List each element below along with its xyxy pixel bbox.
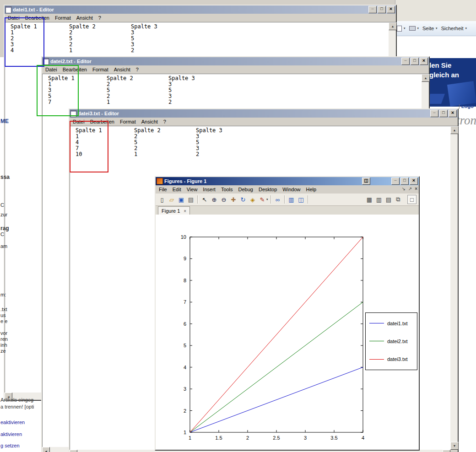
close-button[interactable] [420, 58, 428, 65]
insert-legend-icon[interactable]: ◫ [297, 195, 305, 204]
data-cursor-icon[interactable]: ◈ [249, 195, 257, 204]
sicherheit-menu-button[interactable]: Sicherheit [439, 25, 469, 32]
window-title: datei3.txt - Editor [78, 111, 119, 116]
cell-value: 5 [69, 36, 131, 42]
scroll-right-button[interactable]: ► [443, 450, 450, 452]
page-link-fragment[interactable]: eaktivieren [0, 420, 25, 425]
scroll-up-button[interactable]: ▲ [422, 74, 430, 82]
minimize-button[interactable] [430, 110, 438, 117]
cell-value: 3 [196, 145, 450, 151]
print-figure-icon[interactable]: ▤ [187, 195, 195, 204]
signup-banner[interactable]: len Sie gleich an [426, 58, 476, 107]
insert-colorbar-icon[interactable]: ▥ [287, 195, 296, 204]
zoom-in-icon[interactable]: ⊕ [210, 195, 218, 204]
maximize-button[interactable] [411, 58, 419, 65]
maximize-button[interactable] [378, 6, 386, 13]
menu-item-help[interactable]: ? [161, 118, 169, 125]
browser-chrome [395, 0, 476, 21]
scroll-left-button[interactable]: ◄ [42, 447, 50, 452]
text-row: Spalte 1Spalte 2Spalte 3 [76, 128, 450, 134]
menu-item-file[interactable]: File [156, 186, 170, 193]
maximize-button[interactable] [439, 110, 448, 117]
svg-text:2: 2 [246, 435, 249, 441]
figure-canvas[interactable]: 11.522.533.5412345678910 datei1.txtdatei… [156, 215, 419, 450]
titlebar[interactable]: datei3.txt - Editor [70, 109, 458, 118]
maximize-tab-icon[interactable]: □ [407, 195, 416, 204]
tile-grid-icon[interactable]: ▦ [365, 195, 373, 204]
close-button[interactable] [449, 110, 457, 117]
legend-line-sample [369, 359, 384, 360]
menu-item-desktop[interactable]: Desktop [256, 186, 280, 193]
menu-item-help[interactable]: Help [303, 186, 319, 193]
menu-item-edit[interactable]: Edit [170, 186, 184, 193]
page-link-fragment[interactable]: aktivieren [0, 431, 22, 437]
zoom-out-icon[interactable]: ⊖ [220, 195, 228, 204]
new-figure-icon[interactable]: ▯ [158, 195, 166, 204]
scroll-up-button[interactable]: ▲ [389, 22, 397, 30]
float-windows-icon[interactable]: ⧉ [394, 195, 402, 204]
figure-dock-controls [401, 186, 417, 191]
vertical-scrollbar[interactable]: ▲ ▼ [450, 126, 458, 450]
undock-icon[interactable] [408, 186, 412, 191]
menu-item-help[interactable]: ? [133, 66, 141, 73]
tile-vertical-icon[interactable]: ▥ [375, 195, 383, 204]
minimize-button[interactable] [391, 178, 400, 185]
logout-link[interactable]: |Logo [459, 103, 474, 109]
edit-plot-icon[interactable]: ↖ [200, 195, 209, 204]
page-link-fragment[interactable]: g setzen [0, 443, 20, 448]
close-button[interactable] [410, 178, 418, 185]
tab-close-icon[interactable] [184, 208, 186, 214]
minimize-button[interactable] [401, 58, 410, 65]
menu-item-tools[interactable]: Tools [218, 186, 236, 193]
maximize-button[interactable] [400, 178, 409, 185]
save-figure-icon[interactable]: ▣ [177, 195, 185, 204]
window-controls [430, 110, 457, 117]
menu-item-insert[interactable]: Insert [200, 186, 218, 193]
menu-item-ansicht[interactable]: Ansicht [139, 118, 161, 125]
matlab-figure-icon [157, 178, 163, 184]
window-title: datei2.txt - Editor [50, 59, 92, 64]
open-file-icon[interactable]: ▱ [168, 195, 176, 204]
rotate-3d-icon[interactable]: ↻ [239, 195, 247, 204]
tab-figure-1[interactable]: Figure 1 [158, 206, 190, 215]
plot-legend[interactable]: datei1.txtdatei2.txtdatei3.txt [365, 312, 417, 370]
dock-arrow-icon[interactable] [401, 186, 405, 191]
scroll-down-button[interactable]: ▼ [450, 442, 459, 450]
menu-item-format[interactable]: Format [52, 14, 74, 22]
cell-value: 1 [107, 99, 168, 105]
menu-item-ansicht[interactable]: Ansicht [74, 14, 96, 22]
titlebar[interactable]: Figures - Figure 1 [156, 177, 419, 185]
tile-horizontal-icon[interactable]: ▤ [384, 195, 393, 204]
site-brand-fragment: tron [456, 113, 476, 128]
titlebar[interactable]: datei2.txt - Editor [42, 57, 429, 65]
titlebar[interactable]: datei1.txt - Editor [5, 5, 396, 14]
legend-label: datei2.txt [387, 339, 408, 344]
close-button[interactable] [387, 6, 395, 13]
menu-item-format[interactable]: Format [90, 66, 111, 73]
tab-label: Figure 1 [162, 208, 180, 214]
menu-item-ansicht[interactable]: Ansicht [111, 66, 133, 73]
scrollbar-track[interactable] [450, 134, 458, 442]
menu-item-format[interactable]: Format [117, 118, 139, 125]
link-plot-icon[interactable]: ∞ [274, 195, 282, 204]
screen: Seite Sicherheit len Sie gleich an |Logo… [0, 0, 476, 452]
scroll-up-button[interactable]: ▲ [450, 126, 459, 134]
svg-text:9: 9 [184, 256, 186, 261]
menu-item-view[interactable]: View [184, 186, 200, 193]
print-button[interactable] [407, 25, 421, 32]
seite-menu-button[interactable]: Seite [421, 25, 439, 32]
scroll-left-button[interactable]: ◄ [5, 393, 12, 401]
cell-value: 2 [134, 145, 196, 151]
menu-item-help[interactable]: ? [96, 14, 104, 22]
pan-icon[interactable]: ✚ [229, 195, 238, 204]
brush-icon[interactable]: ✎ [258, 195, 266, 204]
close-figure-icon[interactable] [415, 186, 417, 191]
cell-value: 5 [131, 36, 389, 42]
dock-button[interactable] [362, 178, 370, 185]
minimize-button[interactable] [368, 6, 377, 13]
svg-text:2.5: 2.5 [273, 435, 280, 441]
brush-dropdown-icon[interactable]: ▾ [266, 198, 268, 201]
menu-item-debug[interactable]: Debug [236, 186, 256, 193]
scroll-left-button[interactable]: ◄ [70, 450, 77, 452]
menu-item-window[interactable]: Window [280, 186, 303, 193]
